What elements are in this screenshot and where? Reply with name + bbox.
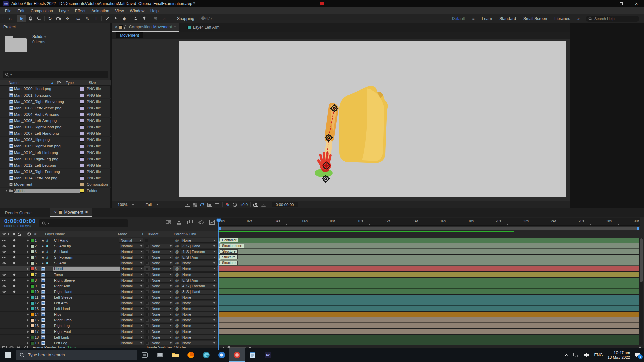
trkmat-dropdown[interactable]: None xyxy=(150,278,173,283)
blend-mode-dropdown[interactable]: Normal xyxy=(120,312,144,317)
project-item-man-0014-left-foot-png[interactable]: Man_0014_Left-Foot.pngPNG file xyxy=(0,175,111,181)
layer-duration-bar[interactable]: Structure xyxy=(218,255,640,260)
expand-arrow-icon[interactable] xyxy=(25,239,30,242)
solo-switch[interactable] xyxy=(12,256,17,259)
timeline-vertical-scrollbar[interactable] xyxy=(639,238,643,345)
trkmat-dropdown[interactable]: None xyxy=(150,329,173,334)
layer-row-19[interactable]: 19Left LegNormalNone@None xyxy=(0,340,640,345)
clone-stamp-tool-icon[interactable] xyxy=(111,15,120,22)
current-timecode[interactable]: 0:00:00:00 xyxy=(4,218,36,225)
work-area-bar[interactable] xyxy=(218,226,640,230)
parent-link-dropdown[interactable]: None xyxy=(181,306,217,311)
t-switch[interactable] xyxy=(143,239,149,242)
parent-link-dropdown[interactable]: None xyxy=(181,272,217,277)
label-color-chip[interactable] xyxy=(80,138,84,142)
layer-duration-bar[interactable] xyxy=(218,335,640,340)
expand-arrow-icon[interactable] xyxy=(25,324,30,327)
label-color-chip[interactable] xyxy=(80,125,84,129)
layer-duration-bar[interactable] xyxy=(218,317,640,323)
expand-arrow-icon[interactable] xyxy=(25,262,30,265)
media-app-icon[interactable] xyxy=(152,348,168,362)
layer-name[interactable]: Right Hand xyxy=(53,290,120,294)
composition-canvas[interactable] xyxy=(179,41,566,197)
blend-mode-dropdown[interactable]: Normal xyxy=(120,278,144,283)
zoom-tool-icon[interactable] xyxy=(35,15,43,22)
t-switch[interactable] xyxy=(144,330,150,333)
trkmat-dropdown[interactable]: None xyxy=(150,272,173,277)
view-options-icon[interactable] xyxy=(215,203,220,207)
layer-duration-bar[interactable] xyxy=(218,266,640,272)
t-switch[interactable] xyxy=(144,336,150,339)
parent-link-dropdown[interactable]: 4. S | Forearm xyxy=(181,249,217,254)
layer-color-chip[interactable] xyxy=(30,307,34,311)
pan-behind-tool-icon[interactable]: ✛ xyxy=(63,15,72,22)
after-effects-icon[interactable]: Ae xyxy=(260,348,276,362)
label-color-chip[interactable] xyxy=(80,100,84,104)
t-switch[interactable] xyxy=(144,279,150,282)
pickwhip-icon[interactable]: @ xyxy=(173,273,181,277)
layer-color-chip[interactable] xyxy=(30,290,34,294)
label-color-chip[interactable] xyxy=(80,164,84,167)
t-switch[interactable] xyxy=(144,262,150,265)
help-search-box[interactable]: Search Help xyxy=(586,16,639,22)
breadcrumb[interactable]: Movement xyxy=(116,32,143,38)
trkmat-dropdown[interactable]: None xyxy=(150,284,173,288)
eraser-tool-icon[interactable]: ◆ xyxy=(120,15,129,22)
viewer-timecode[interactable]: 0:00:00:00 xyxy=(272,202,298,207)
layer-color-chip[interactable] xyxy=(30,324,34,328)
edge-icon[interactable] xyxy=(199,348,214,362)
solo-switch[interactable] xyxy=(12,290,17,293)
time-ruler[interactable]: 00s02s04s06s08s10s12s14s16s18s20s22s24s2… xyxy=(218,217,640,230)
blend-mode-dropdown[interactable]: Normal xyxy=(120,341,144,345)
trkmat-dropdown[interactable]: None xyxy=(150,335,173,340)
t-switch[interactable] xyxy=(144,285,150,288)
project-item-man-0008-hips-png[interactable]: Man_0008_Hips.pngPNG file xyxy=(0,137,111,143)
exposure-value[interactable]: +0.0 xyxy=(240,203,248,207)
project-item-man-0010-left-limb-png[interactable]: Man_0010_Left-Limb.pngPNG file xyxy=(0,149,111,156)
layer-name[interactable]: Right Sleeve xyxy=(53,278,120,282)
layer-duration-bar[interactable]: Structure xyxy=(218,260,640,266)
t-switch[interactable] xyxy=(144,290,150,293)
layer-row-3[interactable]: 3★#S | HandNormalNone@4. S | ForearmStru… xyxy=(0,249,640,255)
t-switch[interactable] xyxy=(144,302,150,305)
blend-mode-dropdown[interactable]: Normal xyxy=(120,261,144,265)
parent-link-dropdown[interactable]: None xyxy=(181,312,217,317)
layer-name[interactable]: Right Arm xyxy=(53,284,120,288)
layer-row-5[interactable]: 5★#S | ArmNormalNone@NoneStructure xyxy=(0,260,640,266)
video-switch[interactable] xyxy=(2,290,7,293)
label-color-chip[interactable] xyxy=(80,170,84,174)
trkmat-dropdown[interactable]: None xyxy=(150,266,173,271)
expand-arrow-icon[interactable] xyxy=(25,250,30,253)
layer-color-chip[interactable] xyxy=(30,284,34,288)
blend-mode-dropdown[interactable]: Normal xyxy=(120,335,144,340)
trkmat-dropdown[interactable]: None xyxy=(150,255,173,260)
project-tab[interactable]: Project xyxy=(3,25,16,29)
expand-arrow-icon[interactable] xyxy=(25,267,30,270)
project-item-man-0005-left-arm-png[interactable]: Man_0005_Left-Arm.pngPNG file xyxy=(0,118,111,124)
notification-center-icon[interactable]: 5 xyxy=(635,352,641,358)
close-icon[interactable]: × xyxy=(54,210,57,215)
menu-window[interactable]: Window xyxy=(127,8,147,14)
layer-row-13[interactable]: 13Left HandNormalNone@None xyxy=(0,306,640,312)
work-area-end-handle[interactable] xyxy=(637,227,639,230)
t-switch[interactable] xyxy=(144,296,150,299)
type-tool-icon[interactable]: T xyxy=(92,15,100,22)
layer-color-chip[interactable] xyxy=(30,239,34,242)
menu-file[interactable]: File xyxy=(2,8,14,14)
workspace-menu-icon[interactable]: ≡ xyxy=(472,16,474,21)
label-color-chip[interactable] xyxy=(80,176,84,180)
layer-duration-bar[interactable]: Structure end xyxy=(218,243,640,249)
blend-mode-dropdown[interactable]: Normal xyxy=(120,289,144,294)
layer-duration-bar[interactable] xyxy=(218,300,640,306)
project-item-man-0006-right-hand-png[interactable]: Man_0006_Right-Hand.pngPNG file xyxy=(0,124,111,130)
maximize-button[interactable] xyxy=(613,0,629,7)
label-color-chip[interactable] xyxy=(80,94,84,97)
trkmat-dropdown[interactable]: None xyxy=(150,318,173,322)
channels-icon[interactable] xyxy=(225,203,230,207)
t-switch[interactable] xyxy=(144,324,150,327)
tab-composition-movement[interactable]: × Composition Movement ≡ xyxy=(112,23,179,32)
expand-arrow-icon[interactable] xyxy=(25,307,30,310)
layer-name[interactable]: Left Leg xyxy=(53,341,120,345)
minimize-button[interactable] xyxy=(598,0,613,7)
label-color-chip[interactable] xyxy=(80,106,84,110)
